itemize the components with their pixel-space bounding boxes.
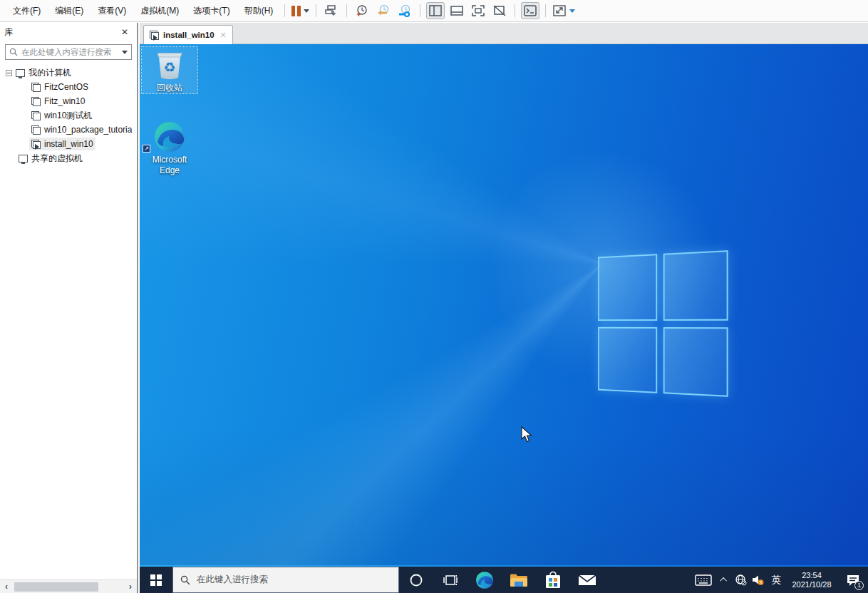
mail-icon — [578, 573, 596, 587]
globe-no-internet-icon — [735, 574, 747, 586]
windows-logo-icon — [150, 574, 162, 586]
windows-desktop[interactable]: ♻ 回收站 — [140, 44, 868, 593]
take-snapshot-icon — [355, 4, 369, 18]
close-icon[interactable]: ✕ — [117, 26, 133, 38]
toolbar-separator — [316, 4, 316, 17]
horizontal-scrollbar[interactable]: ‹ › — [0, 579, 137, 593]
shared-computer-icon — [19, 155, 28, 163]
mail-button[interactable] — [570, 567, 604, 593]
toolbar-separator — [284, 4, 285, 17]
tree-item-install-win10[interactable]: install_win10 — [0, 137, 137, 151]
start-button[interactable] — [140, 567, 172, 593]
toolbar-separator — [346, 4, 347, 17]
vm-running-icon — [150, 31, 159, 40]
taskbar-search-placeholder: 在此键入进行搜索 — [197, 574, 268, 586]
cortana-button[interactable] — [399, 567, 433, 593]
fullscreen-icon — [471, 4, 485, 17]
snapshot-manager-icon — [397, 4, 413, 18]
touch-keyboard-icon — [695, 574, 712, 587]
taskbar-search-input[interactable]: 在此键入进行搜索 — [172, 567, 399, 593]
tree-item-fitz-win10[interactable]: Fitz_win10 — [0, 94, 137, 108]
menu-vm[interactable]: 虚拟机(M) — [133, 2, 186, 20]
action-center-button[interactable]: 1 — [838, 567, 868, 593]
chevron-down-icon — [122, 51, 128, 54]
vm-icon — [31, 125, 41, 135]
toggle-library-button[interactable] — [426, 2, 445, 19]
edge-icon — [475, 571, 494, 589]
vm-icon — [31, 97, 41, 106]
mouse-cursor — [521, 426, 533, 443]
collapse-icon[interactable] — [6, 70, 12, 76]
toggle-thumbnail-bar-button[interactable] — [448, 2, 466, 19]
file-explorer-button[interactable] — [502, 567, 536, 593]
fit-guest-icon — [552, 4, 567, 17]
library-title: 库 — [4, 26, 117, 38]
vm-tree: 我的计算机 FitzCentOS Fitz_win10 win10测试机 win… — [0, 66, 137, 165]
edge-icon — [153, 120, 186, 153]
network-status-button[interactable] — [732, 567, 749, 593]
pause-button[interactable] — [291, 2, 310, 19]
search-icon — [9, 48, 18, 56]
tree-item-win10-test[interactable]: win10测试机 — [0, 108, 137, 123]
touch-keyboard-button[interactable] — [691, 567, 716, 593]
tab-install-win10[interactable]: install_win10 ✕ — [143, 25, 233, 44]
clock[interactable]: 23:54 2021/10/28 — [785, 567, 838, 593]
menu-edit[interactable]: 编辑(E) — [48, 2, 91, 20]
tree-item-shared-vms[interactable]: 共享的虚拟机 — [0, 151, 137, 165]
unity-mode-button[interactable] — [490, 2, 509, 19]
fullscreen-button[interactable] — [469, 2, 487, 19]
vm-console-area: install_win10 ✕ — [140, 23, 868, 593]
svg-text:♻: ♻ — [163, 60, 175, 75]
tree-item-fitzcentos[interactable]: FitzCentOS — [0, 80, 137, 94]
vm-running-icon — [31, 140, 41, 149]
shortcut-arrow-icon: ↗ — [143, 145, 150, 153]
scrollbar-thumb[interactable] — [14, 582, 98, 592]
library-search-input[interactable]: 在此处键入内容进行搜索 — [5, 44, 132, 60]
menu-tabs[interactable]: 选项卡(T) — [186, 2, 237, 20]
menu-help[interactable]: 帮助(H) — [237, 2, 281, 20]
revert-snapshot-icon — [376, 4, 391, 18]
fit-guest-button[interactable] — [552, 2, 576, 19]
toolbar-separator — [515, 4, 515, 17]
show-hidden-icons-button[interactable] — [716, 567, 732, 593]
console-icon — [523, 4, 537, 17]
tab-bar: install_win10 ✕ — [140, 23, 868, 44]
speaker-muted-icon — [751, 574, 765, 586]
scroll-right-icon[interactable]: › — [124, 582, 137, 592]
tab-close-icon[interactable]: ✕ — [220, 31, 227, 40]
menu-view[interactable]: 查看(V) — [91, 2, 133, 20]
revert-snapshot-button[interactable] — [374, 2, 393, 19]
menu-bar: 文件(F) 编辑(E) 查看(V) 虚拟机(M) 选项卡(T) 帮助(H) — [0, 0, 868, 22]
send-ctrl-alt-del-button[interactable] — [322, 2, 341, 19]
library-panel: 库 ✕ 在此处键入内容进行搜索 我的计算机 FitzCentOS — [0, 23, 138, 593]
taskbar-edge-button[interactable] — [467, 567, 502, 593]
desktop-icon-microsoft-edge[interactable]: ↗ Microsoft Edge — [142, 119, 197, 176]
volume-button[interactable] — [749, 567, 767, 593]
toolbar-separator — [420, 4, 420, 17]
task-view-button[interactable] — [433, 567, 467, 593]
search-placeholder: 在此处键入内容进行搜索 — [21, 47, 115, 58]
send-ctrl-alt-del-icon — [324, 4, 339, 18]
store-icon — [544, 571, 562, 589]
computer-icon — [16, 69, 25, 77]
unity-mode-icon — [492, 4, 507, 17]
snapshot-manager-button[interactable] — [396, 2, 414, 19]
cortana-icon — [409, 573, 423, 587]
tree-item-my-computer[interactable]: 我的计算机 — [0, 66, 137, 80]
chevron-down-icon — [304, 9, 309, 13]
system-tray: 英 23:54 2021/10/28 1 — [691, 567, 868, 593]
microsoft-store-button[interactable] — [536, 567, 570, 593]
chevron-down-icon — [569, 9, 575, 13]
menu-file[interactable]: 文件(F) — [6, 2, 48, 20]
desktop-icon-recycle-bin[interactable]: ♻ 回收站 — [142, 47, 197, 93]
scroll-left-icon[interactable]: ‹ — [0, 582, 13, 592]
console-view-button[interactable] — [521, 2, 539, 19]
tree-item-win10-package-tutorial[interactable]: win10_package_tutoria — [0, 123, 137, 137]
ime-language-indicator[interactable]: 英 — [767, 567, 785, 593]
take-snapshot-button[interactable] — [353, 2, 371, 19]
task-view-icon — [443, 573, 458, 587]
library-panel-icon — [428, 4, 443, 17]
notification-badge: 1 — [854, 581, 864, 590]
tray-date: 2021/10/28 — [792, 580, 831, 589]
vmware-workstation-window: 文件(F) 编辑(E) 查看(V) 虚拟机(M) 选项卡(T) 帮助(H) — [0, 0, 868, 593]
